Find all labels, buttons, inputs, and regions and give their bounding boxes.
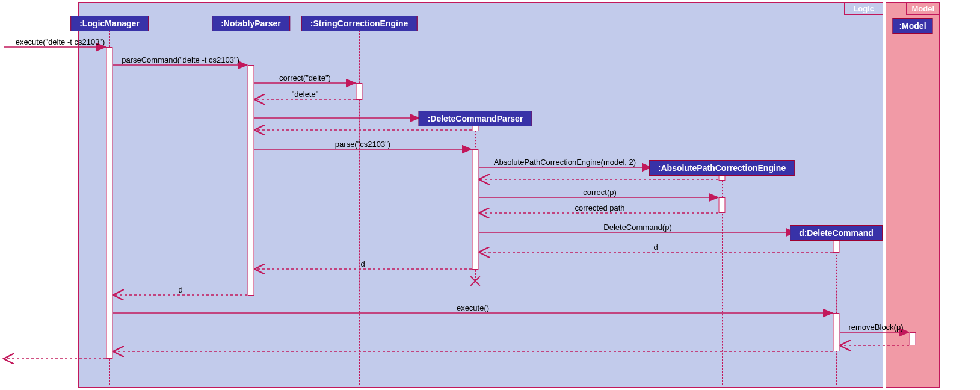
destroy-delete-command-parser-icon	[469, 274, 482, 288]
participant-absolute-path-correction-engine: :AbsolutePathCorrectionEngine	[649, 160, 795, 176]
activation-delete-command-parser-2	[472, 149, 479, 270]
activation-string-correction-engine	[356, 83, 363, 100]
msg-parse-command: parseCommand("delte -t cs2103")	[122, 55, 239, 65]
activation-apce-2	[719, 197, 726, 213]
msg-execute-2: execute()	[457, 303, 489, 313]
activation-delete-command-2	[833, 313, 840, 351]
msg-d-3: d	[178, 285, 182, 295]
msg-corrected-path: corrected path	[575, 203, 624, 213]
msg-parse-cs2103: parse("cs2103")	[335, 140, 390, 149]
activation-notably-parser	[248, 65, 254, 296]
msg-execute-1: execute("delte -t cs2103")	[16, 37, 105, 47]
participant-model: :Model	[892, 18, 932, 34]
msg-delete-command-p: DeleteCommand(p)	[603, 223, 671, 232]
participant-delete-command: d:DeleteCommand	[790, 225, 883, 241]
activation-logic-manager	[106, 47, 113, 359]
participant-string-correction-engine: :StringCorrectionEngine	[301, 16, 418, 31]
msg-d-1: d	[653, 243, 658, 252]
msg-correct-p: correct(p)	[583, 188, 617, 197]
participant-notably-parser: :NotablyParser	[212, 16, 290, 31]
frame-logic-label: Logic	[844, 3, 883, 15]
participant-delete-command-parser: :DeleteCommandParser	[419, 111, 532, 126]
msg-apce-ctor: AbsolutePathCorrectionEngine(model, 2)	[494, 158, 636, 167]
frame-model-label: Model	[906, 3, 939, 15]
msg-d-2: d	[360, 259, 365, 269]
activation-model	[910, 332, 916, 345]
msg-correct-delte: correct("delte")	[279, 73, 331, 83]
lifeline-delete-command	[836, 240, 837, 385]
msg-remove-block-p: removeBlock(p)	[848, 323, 903, 332]
msg-delete-literal: "delete"	[292, 90, 319, 99]
participant-logic-manager: :LogicManager	[70, 16, 149, 31]
